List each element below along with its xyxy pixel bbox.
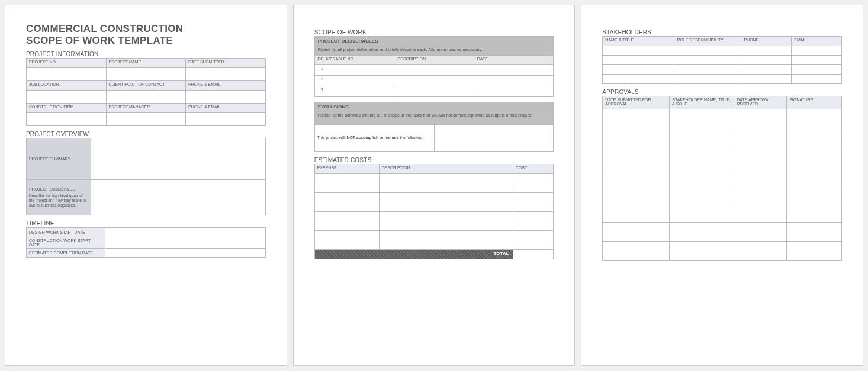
cell[interactable] [314, 212, 379, 221]
deliv-row[interactable]: 1 [314, 65, 394, 76]
cell[interactable] [734, 128, 787, 147]
cell[interactable] [379, 221, 513, 231]
cell[interactable] [314, 231, 379, 240]
cell[interactable] [603, 75, 674, 84]
cell[interactable] [787, 185, 842, 204]
cell[interactable] [787, 109, 842, 128]
cell[interactable] [670, 109, 734, 128]
cell[interactable] [603, 46, 674, 56]
cell[interactable] [513, 174, 554, 183]
cell[interactable] [741, 56, 792, 65]
cell[interactable] [186, 68, 266, 81]
summary-value[interactable] [91, 138, 265, 180]
cell[interactable] [670, 223, 734, 242]
cell[interactable] [670, 128, 734, 147]
cell[interactable] [603, 128, 670, 147]
cell[interactable] [674, 75, 741, 84]
cell[interactable] [670, 166, 734, 185]
approvals-heading: APPROVALS [602, 89, 842, 95]
cell[interactable] [513, 231, 554, 240]
cell[interactable] [314, 202, 379, 212]
cell[interactable] [379, 174, 513, 183]
cell[interactable] [734, 223, 787, 242]
cell[interactable] [394, 65, 474, 76]
cell[interactable] [734, 242, 787, 261]
cell[interactable] [741, 65, 792, 75]
cell[interactable] [787, 128, 842, 147]
cell[interactable] [513, 240, 554, 250]
deliv-row[interactable]: 2 [314, 76, 394, 86]
cell[interactable] [603, 65, 674, 75]
cell[interactable] [105, 228, 265, 237]
cell[interactable] [734, 204, 787, 223]
cell[interactable] [603, 147, 670, 166]
cell[interactable] [603, 242, 670, 261]
cell[interactable] [792, 46, 842, 56]
cell[interactable] [314, 221, 379, 231]
cell[interactable] [394, 76, 474, 86]
cell[interactable] [670, 147, 734, 166]
cell[interactable] [734, 166, 787, 185]
cell[interactable] [603, 185, 670, 204]
cell[interactable] [787, 242, 842, 261]
cell[interactable] [314, 193, 379, 202]
cell[interactable] [27, 68, 107, 81]
cell[interactable] [105, 249, 265, 258]
cell[interactable] [379, 240, 513, 250]
cell[interactable] [787, 166, 842, 185]
cell[interactable] [734, 147, 787, 166]
cell[interactable] [379, 202, 513, 212]
deliv-row[interactable]: 3 [314, 86, 394, 97]
cell[interactable] [792, 75, 842, 84]
cell[interactable] [474, 65, 554, 76]
cell[interactable] [106, 91, 186, 104]
cell[interactable] [106, 113, 186, 126]
cell[interactable] [379, 183, 513, 193]
cell[interactable] [379, 193, 513, 202]
cell[interactable] [787, 204, 842, 223]
cell[interactable] [603, 56, 674, 65]
cell[interactable] [674, 56, 741, 65]
cell[interactable] [474, 86, 554, 97]
total-value[interactable] [513, 250, 554, 259]
cell[interactable] [105, 237, 265, 249]
cell[interactable] [603, 204, 670, 223]
cell[interactable] [379, 212, 513, 221]
cell[interactable] [670, 242, 734, 261]
cell[interactable] [787, 223, 842, 242]
cell[interactable] [27, 91, 107, 104]
cell[interactable] [792, 56, 842, 65]
cell[interactable] [513, 183, 554, 193]
cell[interactable] [379, 231, 513, 240]
excl-value[interactable] [434, 125, 554, 152]
cell[interactable] [314, 174, 379, 183]
cell[interactable] [674, 46, 741, 56]
cell[interactable] [787, 147, 842, 166]
cell[interactable] [314, 183, 379, 193]
cell[interactable] [674, 65, 741, 75]
cell[interactable] [670, 185, 734, 204]
cell[interactable] [792, 65, 842, 75]
cell[interactable] [186, 113, 266, 126]
cell[interactable] [394, 86, 474, 97]
cell[interactable] [734, 185, 787, 204]
cell[interactable] [670, 204, 734, 223]
cell[interactable] [314, 240, 379, 250]
cell[interactable] [106, 68, 186, 81]
cell[interactable] [603, 223, 670, 242]
page-3: STAKEHOLDERS NAME & TITLE ROLE/RESPONSIB… [581, 5, 863, 366]
cell[interactable] [513, 221, 554, 231]
cell[interactable] [474, 76, 554, 86]
cell[interactable] [513, 202, 554, 212]
cell[interactable] [513, 212, 554, 221]
cell[interactable] [513, 193, 554, 202]
cell[interactable] [603, 166, 670, 185]
cell[interactable] [741, 75, 792, 84]
cell[interactable] [734, 109, 787, 128]
cell[interactable] [741, 46, 792, 56]
objectives-value[interactable] [91, 180, 265, 215]
cell[interactable] [603, 109, 670, 128]
cell[interactable] [27, 113, 107, 126]
stakeholders-table: NAME & TITLE ROLE/RESPONSIBILITY PHONE E… [602, 36, 842, 84]
cell[interactable] [186, 91, 266, 104]
